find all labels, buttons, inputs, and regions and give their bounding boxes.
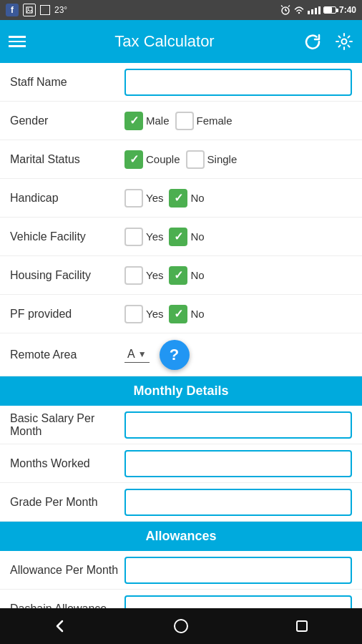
handicap-yes-wrapper: Yes: [124, 189, 163, 208]
grade-per-month-input[interactable]: [124, 489, 352, 516]
marital-status-controls: Couple Single: [124, 150, 352, 169]
allowance-per-month-label: Allowance Per Month: [10, 564, 124, 577]
basic-salary-input[interactable]: [124, 411, 352, 439]
housing-yes-label: Yes: [146, 269, 163, 281]
pf-yes-label: Yes: [146, 308, 163, 320]
svg-point-1: [28, 9, 29, 10]
vehicle-no-label: No: [190, 230, 204, 243]
handicap-yes-label: Yes: [146, 192, 163, 204]
allowance-per-month-row: Allowance Per Month: [0, 551, 362, 590]
help-button[interactable]: ?: [160, 340, 190, 370]
time-display: 7:40: [339, 5, 356, 15]
allowance-per-month-controls: [124, 557, 352, 584]
svg-rect-9: [297, 621, 307, 631]
pf-no-label: No: [190, 308, 204, 320]
alarm-icon: [280, 5, 290, 15]
back-button[interactable]: [52, 618, 68, 634]
vehicle-no-checkbox[interactable]: [169, 228, 187, 246]
temperature: 23°: [54, 5, 67, 15]
pf-provided-row: PF provided Yes No: [0, 295, 362, 333]
grade-per-month-controls: [124, 489, 352, 516]
square-icon: [40, 5, 50, 15]
dashain-allowance-label: Dashain Allowance: [10, 602, 124, 609]
months-worked-controls: [124, 450, 352, 477]
recents-button[interactable]: [294, 618, 310, 634]
gender-row: Gender Male Female: [0, 102, 362, 140]
months-worked-label: Months Worked: [10, 457, 124, 470]
marital-single-checkbox[interactable]: [186, 150, 205, 169]
housing-yes-wrapper: Yes: [124, 266, 163, 285]
remote-area-value: A: [127, 348, 135, 361]
remote-area-label: Remote Area: [10, 348, 124, 361]
pf-yes-wrapper: Yes: [124, 305, 163, 323]
vehicle-no-wrapper: No: [169, 228, 204, 246]
allowances-title: Allowances: [145, 529, 216, 543]
staff-name-controls: [124, 69, 352, 96]
remote-area-row: Remote Area A ▼ ?: [0, 333, 362, 376]
chevron-down-icon: ▼: [138, 349, 147, 359]
vehicle-facility-controls: Yes No: [124, 228, 352, 246]
facebook-icon: f: [6, 4, 19, 16]
vehicle-yes-checkbox[interactable]: [124, 228, 143, 246]
image-icon: [23, 4, 36, 16]
handicap-no-wrapper: No: [169, 189, 204, 208]
status-bar: f 23° 7:40: [0, 0, 362, 20]
gender-male-checkbox[interactable]: [124, 112, 143, 130]
bottom-nav: [0, 608, 362, 644]
app-title: Tax Calculator: [114, 32, 214, 51]
marital-couple-label: Couple: [146, 153, 180, 165]
staff-name-label: Staff Name: [10, 76, 124, 89]
wifi-icon: [293, 6, 305, 14]
svg-line-5: [281, 6, 283, 7]
staff-name-row: Staff Name: [0, 63, 362, 102]
vehicle-facility-label: Vehicle Facility: [10, 230, 124, 243]
housing-no-label: No: [190, 269, 204, 281]
vehicle-facility-row: Vehicle Facility Yes No: [0, 218, 362, 256]
app-bar-icons: [303, 32, 353, 51]
hamburger-menu[interactable]: [9, 36, 26, 47]
monthly-details-title: Monthly Details: [133, 384, 228, 398]
basic-salary-controls: [124, 411, 352, 439]
basic-salary-label: Basic Salary Per Month: [10, 412, 124, 438]
grade-per-month-row: Grade Per Month: [0, 483, 362, 522]
housing-facility-label: Housing Facility: [10, 269, 124, 282]
remote-area-dropdown[interactable]: A ▼: [124, 346, 150, 363]
housing-no-wrapper: No: [169, 266, 204, 285]
pf-yes-checkbox[interactable]: [124, 305, 143, 323]
marital-single-label: Single: [207, 153, 238, 165]
handicap-no-checkbox[interactable]: [169, 189, 187, 208]
home-button[interactable]: [173, 618, 189, 634]
vehicle-yes-label: Yes: [146, 230, 163, 243]
allowance-per-month-input[interactable]: [124, 557, 352, 584]
gender-male-wrapper: Male: [124, 112, 170, 130]
months-worked-input[interactable]: [124, 450, 352, 477]
months-worked-row: Months Worked: [0, 444, 362, 483]
handicap-yes-checkbox[interactable]: [124, 189, 143, 208]
grade-per-month-label: Grade Per Month: [10, 496, 124, 509]
staff-name-input[interactable]: [124, 69, 352, 96]
signal-icon: [308, 6, 321, 14]
pf-no-checkbox[interactable]: [169, 305, 187, 323]
housing-facility-row: Housing Facility Yes No: [0, 256, 362, 295]
housing-facility-controls: Yes No: [124, 266, 352, 285]
handicap-controls: Yes No: [124, 189, 352, 208]
dashain-allowance-input[interactable]: [124, 595, 352, 609]
gender-female-checkbox[interactable]: [175, 112, 194, 130]
svg-point-8: [175, 620, 187, 633]
handicap-row: Handicap Yes No: [0, 179, 362, 218]
gender-female-label: Female: [197, 114, 233, 127]
status-right: 7:40: [280, 5, 356, 15]
settings-icon[interactable]: [335, 32, 353, 51]
refresh-icon[interactable]: [303, 32, 322, 51]
housing-no-checkbox[interactable]: [169, 266, 187, 285]
marital-couple-checkbox[interactable]: [124, 150, 143, 169]
svg-point-7: [341, 39, 346, 44]
gender-label: Gender: [10, 114, 124, 127]
vehicle-yes-wrapper: Yes: [124, 228, 163, 246]
handicap-no-label: No: [190, 192, 204, 204]
pf-no-wrapper: No: [169, 305, 204, 323]
gender-female-wrapper: Female: [175, 112, 233, 130]
pf-provided-label: PF provided: [10, 308, 124, 321]
battery-icon: [323, 6, 336, 14]
housing-yes-checkbox[interactable]: [124, 266, 143, 285]
